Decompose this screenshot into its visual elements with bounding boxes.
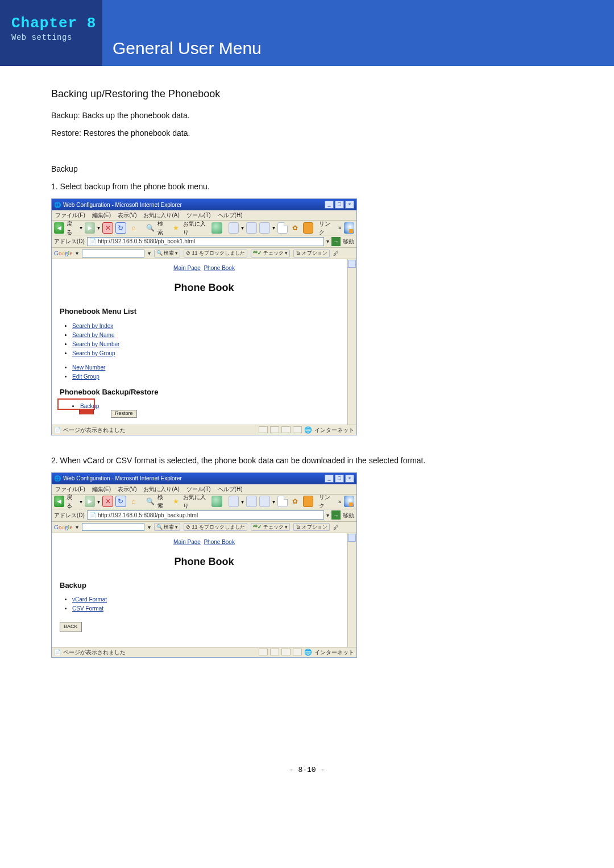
mail-icon[interactable] (229, 496, 239, 507)
menu-file[interactable]: ファイル(F) (55, 485, 85, 493)
search-icon[interactable]: 🔍 (145, 222, 155, 234)
links-chevron-icon[interactable]: » (338, 497, 342, 506)
favorites-icon[interactable]: ★ (171, 222, 181, 234)
gear-icon[interactable]: ✿ (290, 496, 300, 507)
favorites-icon[interactable]: ★ (171, 496, 181, 507)
menu-view[interactable]: 表示(V) (118, 211, 136, 219)
back-label[interactable]: 戻る (67, 493, 77, 510)
menu-view[interactable]: 表示(V) (118, 485, 136, 493)
edit-dropdown-icon[interactable]: ▾ (272, 497, 275, 506)
favorites-label[interactable]: お気に入り (183, 493, 209, 510)
search-label[interactable]: 検索 (157, 493, 168, 510)
favorites-label[interactable]: お気に入り (183, 219, 209, 236)
menu-help[interactable]: ヘルプ(H) (218, 211, 243, 219)
back-dropdown-icon[interactable]: ▾ (80, 497, 82, 506)
scroll-up-icon[interactable] (348, 260, 356, 268)
link-edit-group[interactable]: Edit Group (72, 373, 99, 380)
menu-edit[interactable]: 編集(E) (92, 485, 111, 493)
link-csv[interactable]: CSV Format (72, 605, 103, 612)
refresh-icon[interactable]: ↻ (115, 222, 126, 234)
link-search-group[interactable]: Search by Group (72, 350, 115, 356)
popup-blocked-button[interactable]: ⊘ 11 をブロックしました (184, 523, 247, 531)
forward-icon[interactable]: ► (85, 496, 95, 507)
extra-icon[interactable] (303, 222, 314, 234)
history-icon[interactable] (211, 222, 222, 234)
forward-dropdown-icon[interactable]: ▾ (97, 497, 100, 506)
extra-icon[interactable] (303, 496, 314, 507)
links-label[interactable]: リンク (318, 493, 336, 510)
gear-icon[interactable]: ✿ (290, 222, 300, 234)
print-icon[interactable] (246, 222, 257, 234)
wand-icon[interactable]: 🖊 (333, 249, 339, 258)
home-icon[interactable]: ⌂ (128, 222, 139, 234)
links-chevron-icon[interactable]: » (338, 223, 342, 232)
links-label[interactable]: リンク (318, 219, 336, 236)
messenger-icon[interactable] (344, 496, 354, 507)
stop-icon[interactable]: ✕ (102, 496, 113, 507)
popup-blocked-button[interactable]: ⊘ 11 をブロックしました (184, 250, 247, 258)
link-new-number[interactable]: New Number (72, 364, 105, 371)
discuss-icon[interactable] (277, 222, 288, 234)
google-search-dropdown-icon[interactable]: ▾ (148, 249, 151, 258)
print-icon[interactable] (246, 496, 257, 507)
google-search-dropdown-icon[interactable]: ▾ (148, 523, 151, 531)
google-search-input[interactable] (82, 523, 144, 531)
stop-icon[interactable]: ✕ (102, 222, 113, 234)
link-search-index[interactable]: Search by Index (72, 323, 113, 329)
search-icon[interactable]: 🔍 (145, 496, 155, 507)
crumb-main[interactable]: Main Page (173, 539, 201, 545)
mail-dropdown-icon[interactable]: ▾ (241, 497, 244, 506)
history-icon[interactable] (211, 496, 222, 507)
messenger-icon[interactable] (344, 222, 354, 234)
forward-dropdown-icon[interactable]: ▾ (97, 223, 100, 232)
link-backup[interactable]: Backup (80, 403, 99, 409)
go-label[interactable]: 移動 (343, 237, 354, 246)
mail-dropdown-icon[interactable]: ▾ (241, 223, 244, 232)
link-vcard[interactable]: vCard Format (72, 596, 107, 603)
address-input[interactable]: 📄 http://192.168.0.5:8080/pb_book1.html (87, 237, 324, 246)
edit-icon[interactable] (259, 496, 270, 507)
minimize-button[interactable]: _ (325, 201, 334, 209)
edit-icon[interactable] (259, 222, 270, 234)
go-button[interactable]: → (331, 510, 341, 520)
crumb-phone[interactable]: Phone Book (204, 539, 235, 545)
menu-help[interactable]: ヘルプ(H) (218, 485, 243, 493)
menu-favorites[interactable]: お気に入り(A) (143, 485, 179, 493)
google-search-button[interactable]: 🔍 検索 ▾ (154, 250, 180, 258)
address-dropdown-icon[interactable]: ▾ (326, 511, 329, 520)
search-label[interactable]: 検索 (157, 219, 168, 236)
close-button[interactable]: × (345, 475, 354, 483)
back-label[interactable]: 戻る (67, 219, 77, 236)
crumb-phone[interactable]: Phone Book (204, 265, 235, 271)
address-input[interactable]: 📄 http://192.168.0.5:8080/pb_backup.html (87, 510, 324, 520)
crumb-main[interactable]: Main Page (173, 265, 201, 271)
back-dropdown-icon[interactable]: ▾ (80, 223, 82, 232)
options-button[interactable]: 🖯 オプション (293, 523, 330, 531)
wand-icon[interactable]: 🖊 (333, 523, 339, 531)
maximize-button[interactable]: □ (335, 201, 344, 209)
maximize-button[interactable]: □ (335, 475, 344, 483)
close-button[interactable]: × (345, 201, 354, 209)
back-icon[interactable]: ◄ (54, 496, 64, 507)
google-search-input[interactable] (82, 250, 144, 258)
google-search-button[interactable]: 🔍 検索 ▾ (154, 523, 180, 531)
scrollbar[interactable] (347, 259, 356, 425)
scrollbar[interactable] (347, 533, 356, 647)
spellcheck-button[interactable]: ᴬᴮ✓ チェック ▾ (251, 250, 290, 258)
discuss-icon[interactable] (277, 496, 288, 507)
go-label[interactable]: 移動 (343, 511, 354, 520)
menu-favorites[interactable]: お気に入り(A) (143, 211, 179, 219)
refresh-icon[interactable]: ↻ (115, 496, 126, 507)
edit-dropdown-icon[interactable]: ▾ (272, 223, 275, 232)
link-search-name[interactable]: Search by Name (72, 332, 114, 338)
minimize-button[interactable]: _ (325, 475, 334, 483)
menu-file[interactable]: ファイル(F) (55, 211, 85, 219)
menu-tools[interactable]: ツール(T) (186, 485, 211, 493)
address-dropdown-icon[interactable]: ▾ (326, 237, 329, 246)
menu-tools[interactable]: ツール(T) (186, 211, 211, 219)
home-icon[interactable]: ⌂ (128, 496, 139, 507)
scroll-up-icon[interactable] (348, 534, 356, 542)
link-search-number[interactable]: Search by Number (72, 341, 119, 347)
mail-icon[interactable] (229, 222, 239, 234)
spellcheck-button[interactable]: ᴬᴮ✓ チェック ▾ (251, 523, 290, 531)
